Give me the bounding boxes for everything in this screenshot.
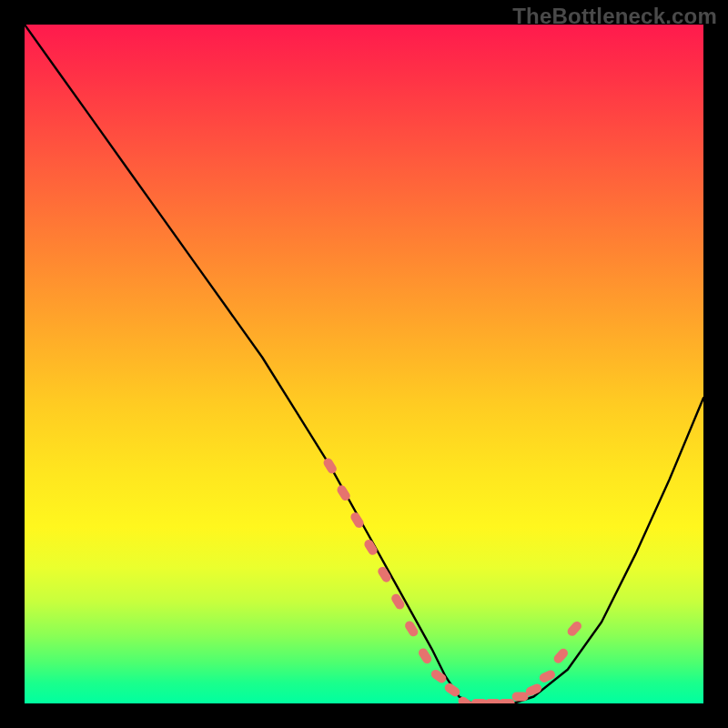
highlight-dot: [417, 647, 433, 666]
highlight-dot: [538, 669, 557, 684]
highlight-dot: [485, 699, 501, 703]
highlight-dot: [322, 457, 339, 476]
highlight-dot: [457, 695, 475, 703]
highlight-dot: [403, 620, 420, 639]
highlight-dot: [389, 592, 406, 612]
highlight-dot: [430, 668, 448, 685]
watermark-text: TheBottleneck.com: [512, 4, 717, 29]
bottleneck-curve: [25, 25, 703, 703]
highlight-dots: [322, 457, 583, 703]
highlight-dot: [362, 538, 379, 557]
highlight-dot: [499, 699, 515, 703]
chart-frame: TheBottleneck.com: [0, 0, 728, 728]
highlight-dot: [443, 682, 461, 699]
curve-layer: [25, 25, 703, 703]
highlight-dot: [524, 682, 543, 698]
highlight-dot: [512, 693, 529, 702]
highlight-dot: [336, 483, 352, 502]
highlight-dot: [566, 620, 583, 638]
highlight-dot: [552, 647, 570, 665]
highlight-dot: [376, 565, 392, 584]
plot-area: [25, 25, 703, 703]
highlight-dot: [349, 511, 365, 530]
highlight-dot: [471, 699, 488, 703]
